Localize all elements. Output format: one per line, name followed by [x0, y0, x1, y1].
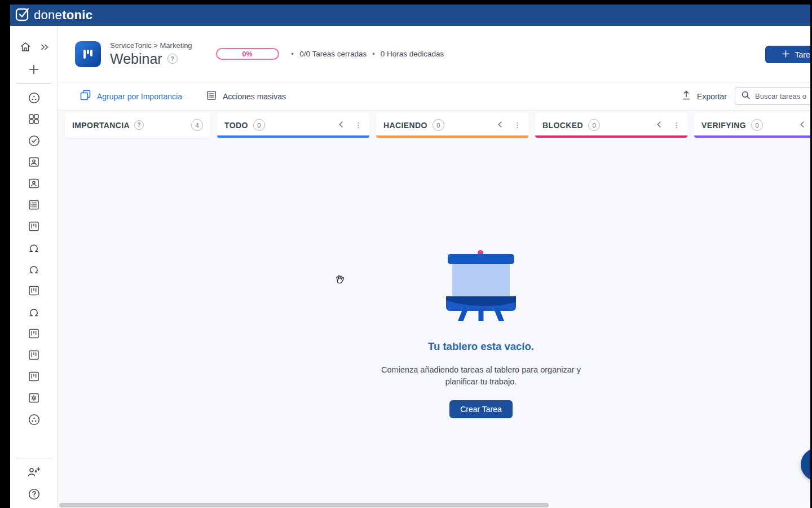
sidebar-home-row	[10, 37, 58, 59]
group-stack-icon	[80, 89, 91, 103]
add-user-icon[interactable]	[10, 462, 58, 483]
progress-bar: 0%	[216, 48, 279, 60]
collapse-chevron-icon[interactable]	[497, 120, 502, 130]
grid-icon[interactable]	[10, 108, 58, 130]
progress-label: 0%	[242, 50, 253, 58]
column-color-bar	[535, 135, 687, 138]
sidebar-divider	[17, 83, 51, 84]
column-count-badge: 0	[588, 119, 600, 131]
list-card-icon[interactable]	[10, 194, 58, 216]
column-count-badge: 4	[191, 119, 203, 131]
export-label: Exportar	[697, 92, 727, 101]
sprint-loop-icon[interactable]	[10, 259, 58, 280]
create-task-button[interactable]: Crear Tarea	[449, 400, 513, 418]
empty-state: Tu tablero esta vacío. Comienza añadiend…	[340, 248, 622, 418]
search-icon	[741, 90, 751, 102]
column-title: BLOCKED	[542, 121, 583, 130]
column-color-bar	[217, 135, 369, 138]
sidebar-divider	[17, 458, 51, 458]
dots-circle-icon[interactable]	[10, 87, 58, 108]
collapse-chevron-icon[interactable]	[800, 120, 805, 130]
bulk-actions-label: Acciones masivas	[223, 92, 286, 101]
badge-check-icon[interactable]	[10, 130, 58, 151]
stat-tasks-closed: 0/0 Tareas cerradas	[299, 50, 367, 58]
board-toolbar: Agrupar por Importancia Acciones masivas…	[58, 82, 810, 111]
sprint-loop-icon[interactable]	[10, 237, 58, 259]
dots-circle-icon[interactable]	[10, 409, 58, 430]
column-importancia[interactable]: IMPORTANCIA ? 4	[65, 112, 210, 138]
sidebar	[10, 26, 58, 508]
logo-check-icon	[15, 7, 30, 24]
column-help-icon[interactable]: ?	[134, 120, 144, 130]
help-icon[interactable]	[10, 483, 58, 505]
column-title: IMPORTANCIA	[72, 121, 130, 130]
logo-text: donetonic	[34, 8, 92, 23]
column-title: TODO	[224, 121, 248, 130]
column-todo[interactable]: TODO 0 ⋮	[217, 112, 369, 138]
kanban-board: IMPORTANCIA ? 4 TODO 0 ⋮ H	[58, 111, 810, 508]
bulk-actions-button[interactable]: Acciones masivas	[206, 90, 286, 103]
search-input[interactable]	[755, 92, 810, 100]
donetonic-logo[interactable]: donetonic	[15, 7, 92, 24]
column-color-bar	[694, 135, 810, 138]
stat-hours: 0 Horas dedicadas	[381, 50, 444, 58]
add-task-button[interactable]: Tarea	[765, 46, 810, 63]
plus-icon	[782, 50, 789, 59]
kanban-board-icon[interactable]	[10, 323, 58, 344]
empty-state-description: Comienza añadiendo tareas al tablero par…	[340, 364, 622, 388]
search-box[interactable]	[735, 87, 810, 105]
bullet: •	[292, 50, 294, 58]
board-stats: • 0/0 Tareas cerradas • 0 Horas dedicada…	[292, 50, 444, 58]
column-haciendo[interactable]: HACIENDO 0 ⋮	[376, 112, 528, 138]
column-menu-icon[interactable]: ⋮	[673, 121, 680, 129]
board-avatar-icon	[75, 41, 101, 67]
horizontal-scrollbar	[58, 502, 810, 508]
empty-board-illustration	[340, 248, 622, 323]
column-verifying[interactable]: VERIFYING 0 ⋮	[694, 112, 810, 138]
page-title: Webinar	[110, 51, 162, 67]
column-blocked[interactable]: BLOCKED 0 ⋮	[535, 112, 687, 138]
export-icon	[681, 90, 691, 103]
bulk-list-icon	[206, 90, 217, 103]
board-header: ServiceTonic > Marketing Webinar ? 0% • …	[58, 26, 810, 82]
user-card-icon[interactable]	[10, 151, 58, 173]
kanban-board-icon[interactable]	[10, 216, 58, 237]
column-count-badge: 0	[433, 119, 444, 131]
kanban-board-icon[interactable]	[10, 344, 58, 366]
empty-state-title: Tu tablero esta vacío.	[340, 340, 622, 353]
export-button[interactable]: Exportar	[681, 90, 727, 103]
column-header-row: IMPORTANCIA ? 4 TODO 0 ⋮ H	[65, 112, 810, 138]
kanban-board-icon[interactable]	[10, 366, 58, 387]
add-icon[interactable]	[10, 59, 58, 80]
collapse-chevron-icon[interactable]	[338, 120, 343, 130]
breadcrumb[interactable]: ServiceTonic > Marketing	[110, 41, 192, 50]
home-icon[interactable]	[19, 41, 32, 55]
collapse-chevron-icon[interactable]	[656, 120, 661, 130]
column-menu-icon[interactable]: ⋮	[355, 121, 362, 129]
floating-action-button[interactable]	[801, 448, 810, 481]
column-count-badge: 0	[751, 119, 763, 131]
horizontal-scrollbar-thumb[interactable]	[59, 503, 549, 507]
bullet: •	[372, 50, 375, 58]
column-count-badge: 0	[253, 119, 265, 131]
user-card-icon[interactable]	[10, 173, 58, 194]
column-title: HACIENDO	[383, 121, 427, 130]
settings-card-icon[interactable]	[10, 387, 58, 409]
column-title: VERIFYING	[701, 121, 746, 130]
expand-chevrons-icon[interactable]	[41, 43, 48, 53]
group-by-label: Agrupar por Importancia	[97, 92, 182, 101]
column-menu-icon[interactable]: ⋮	[514, 121, 521, 129]
group-by-button[interactable]: Agrupar por Importancia	[80, 89, 182, 103]
kanban-board-icon[interactable]	[10, 280, 58, 301]
top-nav-bar: donetonic	[10, 5, 810, 26]
sprint-loop-icon[interactable]	[10, 301, 58, 323]
title-help-icon[interactable]: ?	[167, 54, 178, 64]
app-window: donetonic	[10, 5, 810, 508]
column-color-bar	[376, 135, 528, 138]
content-area: ServiceTonic > Marketing Webinar ? 0% • …	[58, 26, 810, 508]
